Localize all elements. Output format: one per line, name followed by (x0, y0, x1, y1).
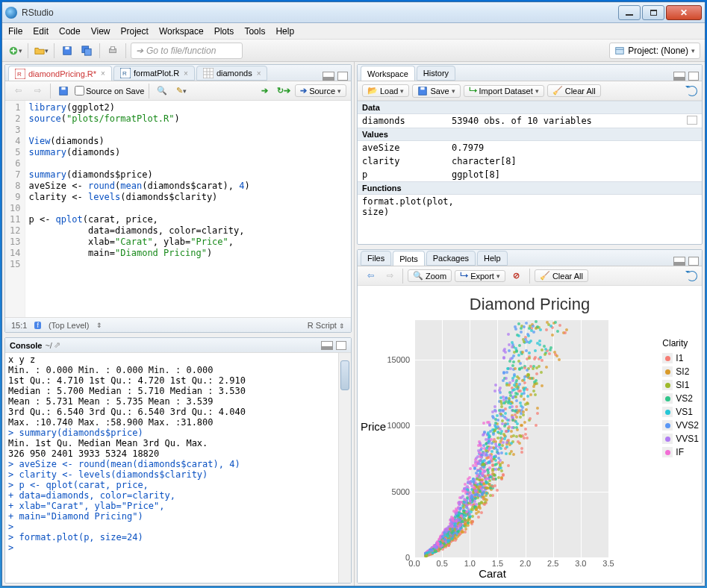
save-button[interactable] (59, 43, 75, 59)
tab-workspace[interactable]: Workspace (361, 66, 415, 81)
source-on-save-checkbox[interactable]: Source on Save (75, 86, 144, 96)
menu-code[interactable]: Code (59, 26, 81, 37)
save-all-button[interactable] (78, 43, 95, 59)
menu-help[interactable]: Help (275, 26, 294, 37)
tab-diamond-pricing[interactable]: R diamondPricing.R* × (8, 66, 112, 81)
remove-plot-button[interactable]: ⊘ (508, 268, 525, 284)
legend-item: VVS2 (662, 419, 699, 432)
minimize-pane-icon[interactable] (323, 72, 334, 81)
load-button[interactable]: 📂 Load▾ (362, 84, 409, 97)
legend-item: SI1 (662, 378, 699, 392)
legend-item: VS2 (662, 392, 699, 405)
tab-diamonds-data[interactable]: diamonds × (196, 66, 268, 81)
refresh-icon[interactable] (687, 86, 697, 96)
tab-label: formatPlot.R (134, 69, 179, 78)
tab-packages[interactable]: Packages (426, 251, 476, 266)
titlebar[interactable]: RStudio ✕ (2, 2, 705, 23)
tab-format-plot[interactable]: R formatPlot.R × (113, 66, 195, 81)
open-file-button[interactable]: ▾ (33, 43, 49, 59)
maximize-pane-icon[interactable] (336, 341, 346, 350)
minimize-button[interactable] (618, 5, 641, 20)
maximize-pane-icon[interactable] (688, 72, 699, 81)
next-plot-button[interactable]: ⇨ (381, 268, 398, 284)
workspace-body: Datadiamonds53940 obs. of 10 variablesVa… (358, 101, 702, 219)
goto-placeholder: Go to file/function (146, 46, 216, 56)
tab-plots[interactable]: Plots (393, 251, 424, 266)
forward-button[interactable]: ⇨ (29, 83, 46, 99)
menu-edit[interactable]: Edit (33, 26, 49, 37)
export-button[interactable]: ⮡ Export▾ (455, 270, 505, 282)
r-file-icon: R (15, 69, 25, 79)
minimize-pane-icon[interactable] (673, 257, 685, 266)
plot-xlabel: Carat (358, 567, 627, 580)
svg-text:R: R (17, 71, 22, 78)
menu-view[interactable]: View (91, 26, 110, 37)
svg-rect-2 (65, 46, 69, 49)
window-title: RStudio (22, 7, 617, 18)
goto-file-input[interactable]: ➔ Go to file/function (131, 43, 243, 59)
console-title: Console (10, 341, 42, 350)
save-source-button[interactable] (55, 83, 72, 99)
workspace-row[interactable]: pggplot[8] (358, 168, 702, 181)
menu-file[interactable]: File (8, 26, 22, 37)
clear-plots-button[interactable]: 🧹 Clear All (535, 269, 588, 282)
tab-close-icon[interactable]: × (101, 69, 105, 78)
tab-label: diamonds (217, 69, 252, 78)
tab-close-icon[interactable]: × (257, 69, 261, 78)
maximize-pane-icon[interactable] (337, 72, 348, 81)
save-workspace-button[interactable]: Save▾ (412, 84, 460, 98)
goto-arrow-icon: ➔ (136, 46, 143, 56)
run-line-button[interactable]: ➔ (256, 83, 272, 99)
workspace-row[interactable]: aveSize0.7979 (358, 141, 702, 154)
tab-history[interactable]: History (417, 66, 455, 81)
scope-label[interactable]: (Top Level) (49, 321, 89, 330)
rerun-button[interactable]: ↻➔ (275, 83, 292, 99)
menu-plots[interactable]: Plots (214, 26, 234, 37)
tab-help[interactable]: Help (477, 251, 508, 266)
plot-legend: Clarity I1SI2SI1VS2VS1VVS2VVS1IF (662, 338, 699, 459)
grid-icon[interactable] (687, 116, 697, 125)
console-output[interactable]: x y z Min. : 0.000 Min. : 0.000 Min. : 0… (5, 353, 351, 583)
filetype-label[interactable]: R Script (308, 321, 337, 330)
cursor-position: 15:1 (11, 321, 27, 330)
plot-area: Diamond Pricing Price Carat Clarity I1SI… (358, 286, 702, 583)
find-button[interactable]: 🔍 (154, 83, 170, 99)
source-button[interactable]: ➔Source▾ (295, 84, 346, 97)
refresh-icon[interactable] (687, 271, 697, 281)
menu-workspace[interactable]: Workspace (159, 26, 204, 37)
console-scrollbar[interactable] (338, 353, 351, 583)
project-selector[interactable]: Project: (None) ▾ (609, 43, 700, 59)
minimize-pane-icon[interactable] (673, 72, 685, 81)
menu-tools[interactable]: Tools (244, 26, 265, 37)
close-button[interactable]: ✕ (666, 5, 702, 20)
code-editor[interactable]: 123456789101112131415 library(ggplot2)so… (5, 101, 351, 317)
svg-rect-6 (110, 46, 114, 49)
maximize-button[interactable] (642, 5, 664, 20)
back-button[interactable]: ⇦ (10, 83, 26, 99)
menu-project[interactable]: Project (121, 26, 149, 37)
import-dataset-button[interactable]: ⮡ Import Dataset▾ (464, 85, 544, 97)
wand-button[interactable]: ✎▾ (173, 83, 190, 99)
workspace-row[interactable]: diamonds53940 obs. of 10 variables (358, 114, 702, 128)
clear-all-button[interactable]: 🧹 Clear All (547, 84, 601, 97)
new-file-button[interactable]: ▾ (7, 43, 23, 59)
prev-plot-button[interactable]: ⇦ (362, 268, 379, 284)
workspace-row[interactable]: format.plot(plot, size) (358, 195, 702, 219)
workspace-row[interactable]: claritycharacter[8] (358, 154, 702, 168)
legend-item: VVS1 (662, 432, 699, 445)
tab-files[interactable]: Files (361, 251, 391, 266)
tab-close-icon[interactable]: × (184, 69, 188, 78)
workspace-pane: Workspace History 📂 Load▾ Save▾ ⮡ Import… (357, 64, 703, 245)
maximize-pane-icon[interactable] (688, 257, 699, 266)
minimize-pane-icon[interactable] (321, 341, 333, 350)
zoom-button[interactable]: 🔍 Zoom (408, 269, 452, 282)
console-header: Console ~/ ⇗ (5, 338, 351, 353)
console-wd: ~/ (45, 341, 52, 350)
legend-item: VS1 (662, 405, 699, 419)
legend-item: I1 (662, 351, 699, 365)
wd-popup-icon[interactable]: ⇗ (54, 340, 60, 350)
r-file-icon: R (120, 68, 131, 78)
app-window: RStudio ✕ File Edit Code View Project Wo… (1, 1, 706, 587)
print-button[interactable] (105, 43, 121, 59)
svg-rect-14 (61, 87, 65, 90)
